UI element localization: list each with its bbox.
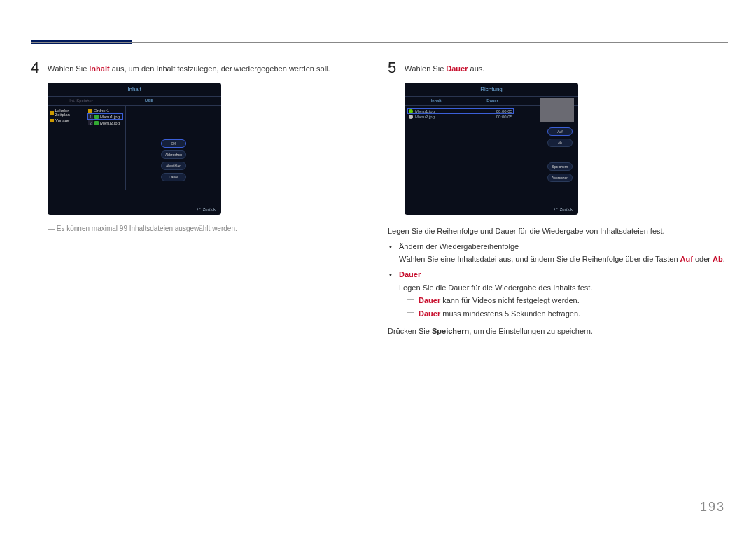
screen1-filelist: Ordner1 1Menu1.jpg 2Menu2.jpg bbox=[85, 106, 126, 190]
row-status-icon bbox=[409, 109, 413, 113]
bullet1-or: oder bbox=[693, 255, 713, 263]
tab-usb[interactable]: USB bbox=[115, 97, 183, 105]
last-post: , um die Einstellungen zu speichern. bbox=[469, 327, 593, 335]
bullet1-ab: Ab bbox=[713, 255, 723, 263]
return-icon: ↩ bbox=[554, 206, 558, 212]
screen1-body: Lokaler Zeitplan Vorlage Ordner1 1Menu1.… bbox=[48, 106, 221, 190]
preview-thumbnail bbox=[540, 98, 574, 122]
bullet1-dot: . bbox=[723, 255, 725, 263]
folder-icon bbox=[50, 119, 54, 122]
step5-body: Legen Sie die Reihenfolge und Dauer für … bbox=[388, 225, 731, 338]
step-5-text: Wählen Sie Dauer aus. bbox=[405, 60, 484, 75]
last-pre: Drücken Sie bbox=[388, 327, 432, 335]
screen2-footer: ↩Zurück bbox=[554, 206, 573, 212]
bullet2-title: Dauer bbox=[399, 270, 421, 279]
bullet1-title: Ändern der Wiedergabereihenfolge bbox=[399, 242, 519, 251]
step-4-emph: Inhalt bbox=[89, 64, 109, 73]
sub2-rest: muss mindestens 5 Sekunden betragen. bbox=[440, 309, 580, 318]
row2-file: Menu2.jpg bbox=[415, 115, 435, 119]
folder-row[interactable]: Ordner1 bbox=[88, 108, 123, 113]
abwaehlen-button[interactable]: Abwählen bbox=[161, 162, 186, 170]
step-4-number: 4 bbox=[31, 60, 48, 76]
note-dash: ― bbox=[48, 225, 55, 232]
file-num-2: 2 bbox=[88, 120, 93, 125]
folder-icon bbox=[50, 111, 54, 115]
ab-button[interactable]: Ab bbox=[547, 139, 573, 147]
step-4-text: Wählen Sie Inhalt aus, um den Inhalt fes… bbox=[48, 60, 330, 75]
screen2-buttons: Auf Ab Speichern Abbrechen bbox=[545, 125, 575, 185]
sidebar-item-vorlage[interactable]: Vorlage bbox=[50, 118, 83, 123]
sub1-emph: Dauer bbox=[419, 296, 440, 304]
body-line1: Legen Sie die Reihenfolge und Dauer für … bbox=[388, 225, 731, 238]
screen1-buttons: OK Abbrechen Abwählen Dauer bbox=[126, 106, 221, 190]
left-column: 4 Wählen Sie Inhalt aus, um den Inhalt f… bbox=[31, 60, 374, 232]
auf-button[interactable]: Auf bbox=[547, 127, 573, 136]
abbrechen-button[interactable]: Abbrechen bbox=[161, 150, 186, 159]
step-5-number: 5 bbox=[388, 60, 405, 76]
screen2-title: Richtung bbox=[405, 83, 578, 97]
file-name-1: Menu1.jpg bbox=[100, 115, 120, 119]
image-icon bbox=[94, 115, 99, 119]
screen1-footer: ↩Zurück bbox=[197, 206, 216, 212]
step-5-row: 5 Wählen Sie Dauer aus. bbox=[388, 60, 731, 76]
step-5-post: aus. bbox=[468, 64, 485, 73]
row1-file: Menu1.jpg bbox=[415, 109, 435, 113]
folder-label: Ordner1 bbox=[94, 108, 109, 113]
step-4-row: 4 Wählen Sie Inhalt aus, um den Inhalt f… bbox=[31, 60, 374, 76]
note-text: Es können maximal 99 Inhaltsdateien ausg… bbox=[57, 225, 237, 232]
header-divider bbox=[31, 42, 728, 43]
right-column: 5 Wählen Sie Dauer aus. Richtung Inhalt … bbox=[388, 60, 731, 338]
screen1-sidebar: Lokaler Zeitplan Vorlage bbox=[48, 106, 85, 190]
dauer-button[interactable]: Dauer bbox=[161, 173, 186, 181]
file-name-2: Menu2.jpg bbox=[100, 121, 120, 125]
speichern-button[interactable]: Speichern bbox=[547, 162, 573, 171]
screen1-title: Inhalt bbox=[48, 83, 221, 97]
step-4-post: aus, um den Inhalt festzulegen, der wied… bbox=[110, 64, 330, 73]
return-icon: ↩ bbox=[197, 206, 201, 212]
bullet1-auf: Auf bbox=[680, 255, 693, 263]
col-inhalt: Inhalt bbox=[405, 97, 468, 105]
ok-button[interactable]: OK bbox=[161, 139, 186, 148]
step-5-emph: Dauer bbox=[446, 64, 468, 73]
last-emph: Speichern bbox=[432, 327, 469, 335]
row-status-icon bbox=[409, 115, 413, 119]
list-row-1[interactable]: Menu1.jpg00:00:05 bbox=[407, 108, 514, 114]
file-row-2[interactable]: 2Menu2.jpg bbox=[88, 120, 123, 126]
row1-dur: 00:00:05 bbox=[496, 109, 512, 113]
body-last-line: Drücken Sie Speichern, um die Einstellun… bbox=[388, 325, 731, 338]
tab-int-speicher[interactable]: Int. Speicher bbox=[48, 97, 115, 105]
sub-note-2: Dauer muss mindestens 5 Sekunden betrage… bbox=[399, 307, 731, 321]
step4-note: ― Es können maximal 99 Inhaltsdateien au… bbox=[48, 225, 374, 232]
sub-note-1: Dauer kann für Videos nicht festgelegt w… bbox=[399, 294, 731, 307]
page-number: 193 bbox=[700, 500, 725, 514]
sidebar-item-zeitplan[interactable]: Lokaler Zeitplan bbox=[50, 108, 83, 118]
image-icon bbox=[94, 121, 99, 125]
abbrechen-button[interactable]: Abbrechen bbox=[547, 174, 573, 182]
bullet1-pre: Wählen Sie eine Inhaltsdatei aus, und än… bbox=[399, 255, 680, 263]
bullet-reorder: Ändern der Wiedergabereihenfolge Wählen … bbox=[399, 240, 731, 266]
col-dauer: Dauer bbox=[468, 97, 517, 105]
step-4-pre: Wählen Sie bbox=[48, 64, 89, 73]
list-row-2[interactable]: Menu2.jpg00:00:05 bbox=[407, 114, 514, 120]
footer-label: Zurück bbox=[560, 207, 573, 211]
step-5-pre: Wählen Sie bbox=[405, 64, 446, 73]
tab-spacer bbox=[183, 97, 221, 105]
screenshot-richtung: Richtung Inhalt Dauer Menu1.jpg00:00:05 … bbox=[405, 83, 578, 215]
file-row-1[interactable]: 1Menu1.jpg bbox=[88, 113, 123, 120]
screenshot-inhalt: Inhalt Int. Speicher USB Lokaler Zeitpla… bbox=[48, 83, 221, 215]
screen1-tabs: Int. Speicher USB bbox=[48, 97, 221, 106]
bullet2-text: Legen Sie die Dauer für die Wiedergabe d… bbox=[399, 283, 592, 292]
screen2-list: Menu1.jpg00:00:05 Menu2.jpg00:00:05 bbox=[405, 106, 517, 122]
row2-dur: 00:00:05 bbox=[496, 115, 512, 119]
folder-icon bbox=[88, 109, 92, 113]
bullet-dauer: Dauer Legen Sie die Dauer für die Wieder… bbox=[399, 268, 731, 321]
file-num-1: 1 bbox=[88, 114, 93, 119]
sub2-emph: Dauer bbox=[419, 309, 440, 318]
sidebar-label-vorlage: Vorlage bbox=[55, 118, 69, 122]
sub1-rest: kann für Videos nicht festgelegt werden. bbox=[440, 296, 580, 304]
sidebar-label-zeitplan: Lokaler Zeitplan bbox=[55, 108, 83, 117]
footer-label: Zurück bbox=[203, 207, 216, 211]
